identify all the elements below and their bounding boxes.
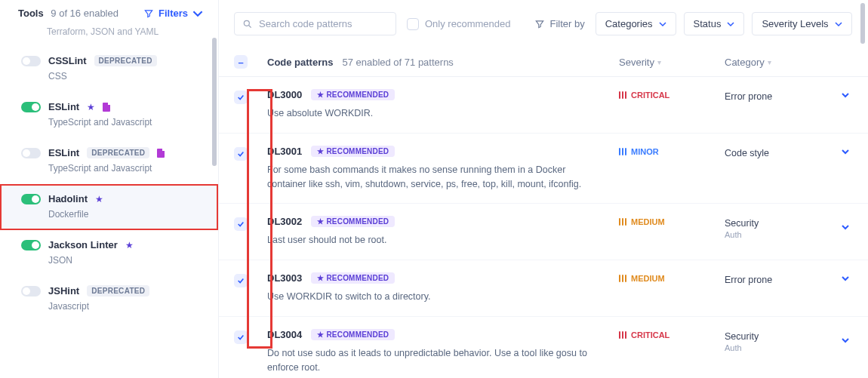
expand-button[interactable] bbox=[838, 336, 853, 347]
tool-name: CSSLint bbox=[48, 55, 87, 66]
pattern-row-DL3001: DL3001★ RECOMMENDEDFor some bash command… bbox=[219, 134, 868, 204]
search-icon bbox=[242, 19, 253, 29]
severity-critical: CRITICAL bbox=[619, 329, 725, 340]
pattern-checkbox[interactable] bbox=[234, 274, 248, 287]
tool-name: Jackson Linter bbox=[48, 239, 118, 250]
category-label: Error prone bbox=[725, 275, 772, 285]
pattern-checkbox[interactable] bbox=[234, 217, 248, 231]
col-category[interactable]: Category▾ bbox=[725, 57, 853, 68]
expand-button[interactable] bbox=[838, 147, 853, 158]
sidebar-scrollbar[interactable] bbox=[212, 38, 217, 166]
deprecated-badge: DEPRECATED bbox=[94, 55, 157, 66]
tool-toggle[interactable] bbox=[21, 56, 41, 66]
tool-sublabel: TypeScript and Javascript bbox=[48, 117, 203, 128]
tool-name: Hadolint bbox=[48, 193, 88, 204]
category-label: Security bbox=[725, 218, 759, 229]
pattern-checkbox[interactable] bbox=[234, 147, 248, 161]
tool-toggle[interactable] bbox=[21, 102, 41, 112]
pattern-description: Last user should not be root. bbox=[267, 233, 599, 247]
pattern-description: Use WORKDIR to switch to a directory. bbox=[267, 290, 599, 304]
pattern-row-DL3004: DL3004★ RECOMMENDEDDo not use sudo as it… bbox=[219, 317, 868, 378]
tool-sublabel: Javascript bbox=[48, 301, 203, 312]
pattern-description: Do not use sudo as it leads to unpredict… bbox=[267, 346, 599, 375]
col-code-patterns: Code patterns bbox=[267, 57, 333, 68]
recommended-badge: ★ RECOMMENDED bbox=[311, 216, 395, 227]
severity-critical: CRITICAL bbox=[619, 89, 725, 100]
pattern-row-DL3000: DL3000★ RECOMMENDEDUse absolute WORKDIR.… bbox=[219, 77, 868, 134]
filters-button[interactable]: Filters bbox=[143, 8, 203, 19]
pattern-row-DL3002: DL3002★ RECOMMENDEDLast user should not … bbox=[219, 204, 868, 260]
recommended-badge: ★ RECOMMENDED bbox=[311, 146, 395, 157]
main-panel: Search code patterns Only recommended Fi… bbox=[219, 0, 868, 378]
doc-icon bbox=[157, 149, 165, 158]
star-icon: ★ bbox=[87, 102, 95, 112]
dropdown-severity-levels[interactable]: Severity Levels bbox=[752, 12, 851, 35]
tool-toggle[interactable] bbox=[21, 240, 41, 250]
chevron-down-icon bbox=[192, 8, 203, 19]
main-scrollbar[interactable] bbox=[860, 3, 865, 44]
category-label: Code style bbox=[725, 148, 769, 158]
tool-item-eslint-1[interactable]: ESLint★TypeScript and Javascript bbox=[0, 92, 218, 138]
recommended-badge: ★ RECOMMENDED bbox=[311, 89, 395, 100]
pattern-id: DL3002 bbox=[267, 216, 302, 227]
dropdown-status[interactable]: Status bbox=[684, 12, 745, 35]
tool-name: JSHint bbox=[48, 285, 79, 297]
tool-item-jackson-linter-4[interactable]: Jackson Linter★JSON bbox=[0, 230, 218, 276]
recommended-badge: ★ RECOMMENDED bbox=[311, 329, 395, 340]
pattern-description: Use absolute WORKDIR. bbox=[267, 106, 599, 121]
pattern-id: DL3001 bbox=[267, 146, 302, 157]
tool-item-hadolint-3[interactable]: Hadolint★Dockerfile bbox=[0, 184, 218, 230]
tool-sublabel: CSS bbox=[48, 71, 203, 81]
tool-toggle[interactable] bbox=[21, 148, 41, 158]
search-placeholder: Search code patterns bbox=[259, 18, 352, 29]
tool-truncated-prev: Terraform, JSON and YAML bbox=[47, 26, 218, 43]
tool-sublabel: JSON bbox=[48, 255, 203, 266]
category-label: Error prone bbox=[725, 91, 772, 102]
pattern-id: DL3000 bbox=[267, 89, 302, 100]
search-input[interactable]: Search code patterns bbox=[234, 12, 396, 35]
expand-button[interactable] bbox=[838, 91, 853, 102]
only-recommended-label: Only recommended bbox=[425, 18, 510, 29]
category-sublabel: Auth bbox=[725, 230, 759, 239]
severity-minor: MINOR bbox=[619, 146, 725, 156]
severity-medium: MEDIUM bbox=[619, 216, 725, 226]
tool-item-jshint-5[interactable]: JSHintDEPRECATEDJavascript bbox=[0, 276, 218, 322]
tool-sublabel: TypeScript and Javascript bbox=[48, 163, 203, 174]
category-sublabel: Auth bbox=[725, 343, 759, 352]
star-icon: ★ bbox=[125, 240, 134, 250]
tool-item-eslint-2[interactable]: ESLintDEPRECATEDTypeScript and Javascrip… bbox=[0, 138, 218, 184]
star-icon: ★ bbox=[95, 194, 103, 204]
sidebar: Tools 9 of 16 enabled Filters Terraform,… bbox=[0, 0, 219, 378]
tool-toggle[interactable] bbox=[21, 286, 41, 297]
pattern-id: DL3004 bbox=[267, 329, 302, 340]
doc-icon bbox=[103, 103, 110, 112]
only-recommended-checkbox[interactable] bbox=[407, 18, 419, 30]
filters-label: Filters bbox=[159, 8, 188, 19]
col-severity[interactable]: Severity▾ bbox=[619, 57, 725, 68]
tool-name: ESLint bbox=[48, 101, 79, 112]
pattern-description: For some bash commands it makes no sense… bbox=[267, 163, 599, 192]
tool-toggle[interactable] bbox=[21, 194, 41, 204]
pattern-id: DL3003 bbox=[267, 272, 302, 284]
dropdown-categories[interactable]: Categories bbox=[596, 12, 676, 35]
expand-button[interactable] bbox=[838, 274, 853, 285]
tool-sublabel: Dockerfile bbox=[48, 209, 203, 220]
pattern-row-DL3003: DL3003★ RECOMMENDEDUse WORKDIR to switch… bbox=[219, 260, 868, 317]
patterns-enabled-count: 57 enabled of 71 patterns bbox=[342, 57, 453, 68]
tool-item-csslint-0[interactable]: CSSLintDEPRECATEDCSS bbox=[0, 46, 218, 92]
filter-by-label: Filter by bbox=[534, 18, 584, 29]
svg-point-0 bbox=[244, 20, 249, 26]
recommended-badge: ★ RECOMMENDED bbox=[311, 272, 395, 284]
deprecated-badge: DEPRECATED bbox=[87, 285, 149, 297]
pattern-checkbox[interactable] bbox=[234, 91, 248, 104]
category-label: Security bbox=[725, 331, 759, 342]
sidebar-enabled-count: 9 of 16 enabled bbox=[51, 8, 119, 19]
sidebar-title: Tools bbox=[18, 8, 44, 19]
severity-medium: MEDIUM bbox=[619, 272, 725, 283]
pattern-checkbox[interactable] bbox=[234, 330, 248, 344]
select-all-checkbox[interactable]: – bbox=[234, 55, 248, 69]
deprecated-badge: DEPRECATED bbox=[87, 147, 149, 158]
tool-name: ESLint bbox=[48, 147, 79, 158]
expand-button[interactable] bbox=[838, 223, 853, 234]
